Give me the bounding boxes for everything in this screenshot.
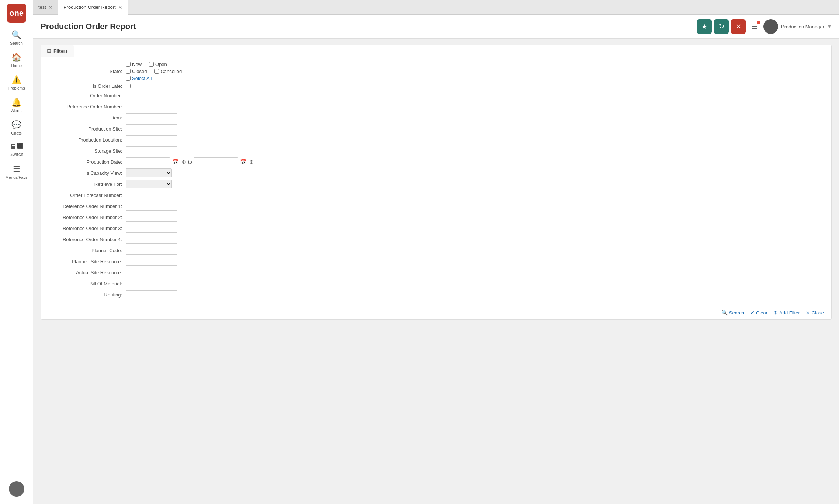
- ref-order-1-input[interactable]: [126, 202, 177, 211]
- clear-action-label: Clear: [756, 310, 767, 316]
- switch-icon-left: 🖥: [10, 143, 16, 150]
- tab-production-order-report[interactable]: Production Order Report ✕: [58, 0, 128, 15]
- avatar-bottom[interactable]: [9, 481, 24, 497]
- checkbox-select-all-input[interactable]: [126, 76, 131, 81]
- tab-report-label: Production Order Report: [63, 4, 116, 10]
- routing-row: Routing:: [52, 290, 820, 299]
- select-all-link[interactable]: Select All: [132, 76, 152, 81]
- clear-from-button[interactable]: ⊗: [181, 159, 187, 165]
- storage-site-label: Storage Site:: [52, 148, 126, 154]
- clear-action[interactable]: ✔ Clear: [750, 310, 767, 316]
- add-filter-action-label: Add Filter: [779, 310, 800, 316]
- tab-test[interactable]: test ✕: [33, 0, 58, 14]
- calendar-from-button[interactable]: 📅: [171, 159, 179, 165]
- checkbox-select-all-row[interactable]: Select All: [126, 76, 182, 81]
- sidebar: one 🔍 Search 🏠 Home ⚠️ Problems 🔔 Alerts…: [0, 0, 33, 504]
- production-site-input[interactable]: [126, 124, 177, 133]
- checkbox-cancelled[interactable]: Cancelled: [154, 69, 182, 74]
- is-capacity-view-label: Is Capacity View:: [52, 170, 126, 176]
- chevron-down-icon: ▼: [827, 24, 832, 29]
- clear-to-button[interactable]: ⊗: [249, 159, 254, 165]
- planned-site-resource-input[interactable]: [126, 257, 177, 266]
- tab-report-close[interactable]: ✕: [118, 5, 122, 10]
- sidebar-item-home[interactable]: 🏠 Home: [0, 49, 33, 72]
- menu-button[interactable]: ☰: [748, 20, 761, 33]
- checkbox-open-label: Open: [155, 62, 167, 67]
- main-area: test ✕ Production Order Report ✕ Product…: [33, 0, 839, 504]
- star-icon: ★: [701, 22, 707, 31]
- refresh-button[interactable]: ↻: [714, 19, 729, 34]
- checkbox-closed-input[interactable]: [126, 69, 131, 74]
- routing-label: Routing:: [52, 292, 126, 298]
- app-logo[interactable]: one: [7, 4, 26, 23]
- sidebar-label-problems: Problems: [8, 86, 25, 90]
- page-header: Production Order Report ★ ↻ ✕ ☰ Producti…: [33, 15, 839, 39]
- checkbox-cancelled-label: Cancelled: [160, 69, 182, 74]
- checkbox-open-input[interactable]: [149, 62, 154, 67]
- tab-test-close[interactable]: ✕: [48, 5, 53, 10]
- retrieve-for-label: Retrieve For:: [52, 181, 126, 187]
- storage-site-input[interactable]: [126, 146, 177, 155]
- checkbox-cancelled-input[interactable]: [154, 69, 159, 74]
- is-capacity-view-select[interactable]: [126, 168, 172, 177]
- order-forecast-number-label: Order Forecast Number:: [52, 192, 126, 198]
- menu-icon: ☰: [13, 164, 20, 174]
- ref-order-4-row: Reference Order Number 4:: [52, 235, 820, 244]
- calendar-to-button[interactable]: 📅: [239, 159, 247, 165]
- logo-text: one: [9, 8, 24, 18]
- sidebar-label-home: Home: [11, 63, 22, 68]
- close-action[interactable]: ✕ Close: [806, 310, 824, 316]
- sidebar-label-menus: Menus/Favs: [6, 175, 28, 180]
- planner-code-row: Planner Code:: [52, 246, 820, 255]
- ref-order-2-input[interactable]: [126, 213, 177, 222]
- item-input[interactable]: [126, 113, 177, 122]
- planner-code-input[interactable]: [126, 246, 177, 255]
- checkbox-new[interactable]: New: [126, 62, 142, 67]
- bill-of-material-row: Bill Of Material:: [52, 279, 820, 288]
- warning-icon: ⚠️: [11, 75, 21, 85]
- routing-input[interactable]: [126, 290, 177, 299]
- sidebar-label-search: Search: [10, 41, 23, 45]
- is-order-late-label: Is Order Late:: [52, 83, 126, 89]
- actual-site-resource-row: Actual Site Resource:: [52, 268, 820, 277]
- order-number-input[interactable]: [126, 91, 177, 100]
- favorite-button[interactable]: ★: [697, 19, 712, 34]
- switch-icon-right: ⬛: [17, 143, 23, 150]
- user-name: Production Manager: [781, 24, 824, 29]
- sidebar-item-problems[interactable]: ⚠️ Problems: [0, 72, 33, 94]
- checkbox-open[interactable]: Open: [149, 62, 167, 67]
- planner-code-label: Planner Code:: [52, 248, 126, 253]
- sidebar-label-chats: Chats: [11, 131, 22, 135]
- sidebar-item-menus[interactable]: ☰ Menus/Favs: [0, 161, 33, 183]
- actual-site-resource-input[interactable]: [126, 268, 177, 277]
- sidebar-item-alerts[interactable]: 🔔 Alerts: [0, 94, 33, 117]
- ref-order-3-input[interactable]: [126, 224, 177, 233]
- sidebar-item-search[interactable]: 🔍 Search: [0, 27, 33, 49]
- sidebar-item-switch[interactable]: 🖥 ⬛ Switch: [0, 139, 33, 161]
- close-action-label: Close: [812, 310, 824, 316]
- retrieve-for-select[interactable]: [126, 180, 172, 188]
- chat-icon: 💬: [11, 120, 21, 130]
- add-filter-action[interactable]: ⊕ Add Filter: [773, 310, 800, 316]
- sidebar-item-chats[interactable]: 💬 Chats: [0, 117, 33, 139]
- is-order-late-checkbox[interactable]: [126, 84, 131, 88]
- production-location-row: Production Location:: [52, 135, 820, 144]
- filters-tab[interactable]: ⊞ Filters: [41, 45, 74, 57]
- ref-order-4-input[interactable]: [126, 235, 177, 244]
- close-page-button[interactable]: ✕: [731, 19, 746, 34]
- user-area[interactable]: Production Manager ▼: [763, 19, 832, 34]
- checkbox-closed[interactable]: Closed: [126, 69, 147, 74]
- avatar: [763, 19, 778, 34]
- production-date-to-input[interactable]: [194, 157, 238, 166]
- reference-order-number-input[interactable]: [126, 102, 177, 111]
- order-forecast-number-input[interactable]: [126, 191, 177, 199]
- tab-test-label: test: [38, 4, 46, 10]
- search-action[interactable]: 🔍 Search: [721, 310, 744, 316]
- checkbox-new-label: New: [132, 62, 142, 67]
- bill-of-material-input[interactable]: [126, 279, 177, 288]
- production-location-input[interactable]: [126, 135, 177, 144]
- checkbox-new-input[interactable]: [126, 62, 131, 67]
- order-number-label: Order Number:: [52, 93, 126, 98]
- production-date-from-input[interactable]: [126, 157, 170, 166]
- state-label: State:: [52, 69, 126, 74]
